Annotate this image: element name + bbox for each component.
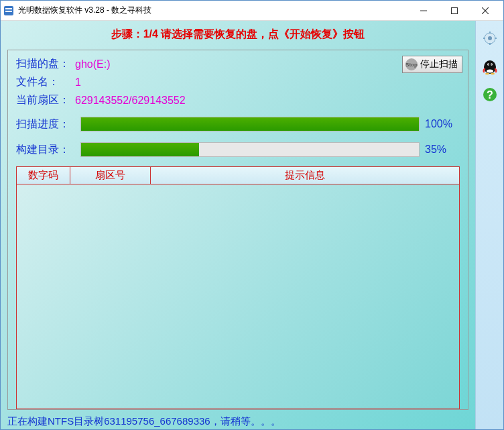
- maximize-button[interactable]: [439, 1, 470, 21]
- content-panel: Stop 停止扫描 扫描的盘： gho(E:) 文件名： 1 当前扇区： 629…: [7, 50, 468, 410]
- stop-button-label: 停止扫描: [420, 58, 458, 70]
- close-button[interactable]: [470, 1, 501, 21]
- gear-icon[interactable]: [481, 29, 499, 48]
- svg-point-19: [487, 70, 493, 73]
- disk-label: 扫描的盘：: [16, 57, 75, 71]
- info-filename-row: 文件名： 1: [16, 75, 460, 89]
- svg-text:?: ?: [487, 89, 493, 101]
- help-icon[interactable]: ?: [481, 85, 499, 104]
- filename-value: 1: [75, 76, 81, 89]
- titlebar: 光明数据恢复软件 v3.28 - 数之寻科技: [1, 1, 503, 21]
- build-progress-percent: 35%: [425, 144, 460, 156]
- disk-value: gho(E:): [75, 58, 110, 70]
- scan-progress-fill: [81, 117, 419, 131]
- build-progress-row: 构建目录： 35%: [16, 142, 460, 157]
- table-body[interactable]: [17, 184, 459, 409]
- window-controls: [408, 1, 501, 21]
- main-area: 步骤：1/4 请选择需要恢复的盘，点《开始恢复》按钮 Stop 停止扫描 扫描的…: [1, 21, 475, 429]
- col-sector-number[interactable]: 扇区号: [70, 167, 151, 184]
- build-progress-label: 构建目录：: [16, 143, 75, 157]
- svg-rect-2: [5, 11, 12, 12]
- table-header: 数字码 扇区号 提示信息: [17, 167, 459, 184]
- col-hint-info[interactable]: 提示信息: [151, 167, 459, 184]
- svg-rect-4: [452, 7, 458, 13]
- col-digit-code[interactable]: 数字码: [17, 167, 70, 184]
- filename-label: 文件名：: [16, 75, 75, 89]
- step-header: 步骤：1/4 请选择需要恢复的盘，点《开始恢复》按钮: [7, 28, 468, 42]
- stop-scan-button[interactable]: Stop 停止扫描: [402, 56, 462, 73]
- info-disk-row: 扫描的盘： gho(E:): [16, 57, 460, 71]
- build-progress-bar: [80, 142, 420, 157]
- scan-progress-bar: [80, 117, 420, 131]
- svg-rect-1: [5, 8, 12, 9]
- sector-value: 629143552/629143552: [75, 95, 186, 107]
- window-title: 光明数据恢复软件 v3.28 - 数之寻科技: [18, 5, 408, 16]
- scan-progress-label: 扫描进度：: [16, 117, 75, 131]
- svg-point-8: [488, 36, 492, 40]
- svg-point-18: [491, 64, 491, 66]
- stop-icon: Stop: [405, 58, 418, 70]
- info-sector-row: 当前扇区： 629143552/629143552: [16, 93, 460, 107]
- qq-icon[interactable]: [481, 57, 499, 76]
- sector-label: 当前扇区：: [16, 93, 75, 107]
- side-panel: ?: [475, 21, 503, 429]
- result-table: 数字码 扇区号 提示信息: [16, 166, 460, 409]
- scan-progress-percent: 100%: [425, 118, 460, 130]
- svg-point-14: [486, 61, 494, 69]
- svg-point-21: [491, 73, 495, 75]
- status-bar: 正在构建NTFS目录树631195756_667689336，请稍等。。。: [7, 413, 468, 429]
- build-progress-fill: [81, 143, 199, 156]
- scan-progress-row: 扫描进度： 100%: [16, 117, 460, 131]
- svg-point-20: [485, 73, 489, 75]
- app-icon: [3, 5, 14, 16]
- minimize-button[interactable]: [408, 1, 439, 21]
- svg-point-17: [488, 64, 489, 66]
